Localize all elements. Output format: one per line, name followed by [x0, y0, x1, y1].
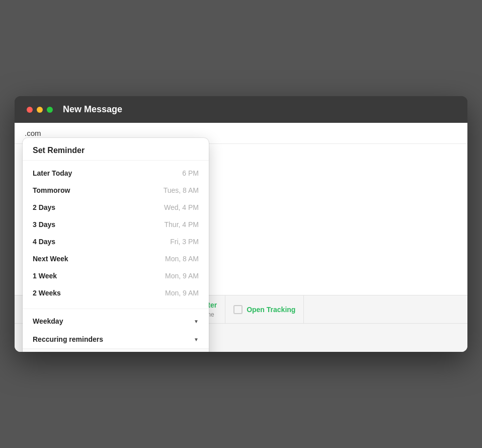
reminder-item[interactable]: 2 Days Wed, 4 PM [23, 199, 209, 216]
reminder-popup: Set Reminder Later Today 6 PM Tommorow T… [23, 138, 209, 352]
popup-title: Set Reminder [23, 138, 209, 161]
reminder-item[interactable]: 3 Days Thur, 4 PM [23, 216, 209, 233]
reminder-item-time: 6 PM [182, 169, 199, 177]
reminder-item-time: Mon, 9 AM [165, 289, 199, 297]
reminder-item-time: Wed, 4 PM [164, 203, 199, 211]
reminder-item-label: 3 Days [33, 220, 55, 229]
weekday-label: Weekday [33, 317, 63, 325]
window-controls [27, 107, 53, 113]
tab-checkbox-3[interactable] [233, 305, 243, 314]
reminder-item[interactable]: Later Today 6 PM [23, 165, 209, 182]
reminder-item-label: 2 Days [33, 203, 55, 211]
title-bar: New Message [15, 96, 467, 123]
reminder-item-label: Tommorow [33, 186, 70, 194]
close-button[interactable] [27, 107, 33, 113]
divider-1 [23, 309, 209, 309]
toolbar-tab-open-tracking[interactable]: Open Tracking [225, 295, 304, 323]
select-date-row[interactable]: Select Date & Time [23, 348, 209, 352]
reminder-item-time: Tues, 8 AM [164, 186, 199, 194]
recurring-arrow-icon: ▼ [194, 337, 199, 342]
reminder-item[interactable]: 2 Weeks Mon, 9 AM [23, 284, 209, 302]
reminder-item-time: Mon, 8 AM [165, 255, 199, 263]
email-to-value: .com [25, 129, 41, 137]
reminder-item[interactable]: Next Week Mon, 8 AM [23, 250, 209, 267]
reminder-item-label: Later Today [33, 169, 72, 177]
reminder-item-time: Fri, 3 PM [170, 238, 199, 246]
reminder-item[interactable]: 4 Days Fri, 3 PM [23, 233, 209, 250]
maximize-button[interactable] [47, 107, 53, 113]
reminder-item-time: Mon, 9 AM [165, 272, 199, 280]
reminder-item-time: Thur, 4 PM [165, 220, 199, 229]
weekday-dropdown[interactable]: Weekday ▼ [23, 312, 209, 330]
recurring-dropdown[interactable]: Reccuring reminders ▼ [23, 330, 209, 348]
window-title: New Message [63, 104, 122, 115]
weekday-arrow-icon: ▼ [194, 319, 199, 324]
reminder-item[interactable]: Tommorow Tues, 8 AM [23, 182, 209, 199]
reminder-item-label: 4 Days [33, 238, 55, 246]
email-window: New Message Set Reminder Later Today 6 P… [15, 96, 467, 352]
reminder-list: Later Today 6 PM Tommorow Tues, 8 AM 2 D… [23, 161, 209, 306]
reminder-item-label: Next Week [33, 255, 68, 263]
recurring-label: Reccuring reminders [33, 335, 103, 343]
reminder-item[interactable]: 1 Week Mon, 9 AM [23, 267, 209, 284]
tab-label-3: Open Tracking [247, 306, 295, 314]
minimize-button[interactable] [37, 107, 43, 113]
reminder-item-label: 1 Week [33, 272, 57, 280]
reminder-item-label: 2 Weeks [33, 289, 61, 297]
content-area: Set Reminder Later Today 6 PM Tommorow T… [15, 123, 467, 352]
